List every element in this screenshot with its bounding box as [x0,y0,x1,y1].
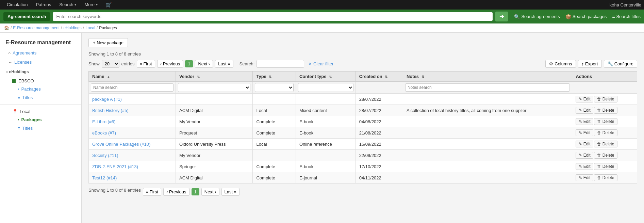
search-titles-link[interactable]: ≡ Search titles [612,14,641,19]
delete-button[interactable]: 🗑 Delete [594,163,617,170]
sidebar-item-licenses[interactable]: ← Licenses [0,58,81,67]
type-filter-select[interactable]: Local Complete [255,83,294,92]
package-link[interactable]: British History (#5) [92,108,129,113]
cell-actions: ✎ Edit 🗑 Delete [572,139,637,150]
breadcrumb-eresource[interactable]: E-Resource management [13,26,60,30]
content-type-filter-select[interactable]: Mixed content E-book Online reference E-… [298,83,353,92]
sidebar-item-ebsco-packages[interactable]: ▪ Packages [0,85,81,93]
columns-button[interactable]: ⚙ Columns [545,60,576,68]
sidebar-item-local-packages[interactable]: ▪ Packages [0,115,81,124]
type-sort-icon: ⇅ [269,75,271,79]
nav-cart[interactable]: 🛒 [102,0,116,10]
configure-button[interactable]: 🔧 Configure [604,60,637,68]
breadcrumb-eholdings[interactable]: eHoldings [63,26,81,30]
next-page-button-bottom[interactable]: Next › [201,188,219,196]
table-header-row: Name ▲ Vendor ⇅ Type ⇅ Content type ⇅ Cr… [89,71,637,82]
cell-name: eBooks (#7) [89,127,176,139]
cell-created-on: 21/08/2022 [356,127,403,139]
table-row: British History (#5) ACM Digital Local M… [89,105,637,116]
table-row: eBooks (#7) Proquest Complete E-book 21/… [89,127,637,139]
cell-notes [403,161,572,172]
prev-page-button[interactable]: ‹ Previous [157,60,183,68]
export-button[interactable]: ↑ Export [578,60,602,68]
edit-button[interactable]: ✎ Edit [576,141,593,147]
package-link[interactable]: Grove Online Packages (#10) [92,142,150,147]
delete-button[interactable]: 🗑 Delete [594,96,617,102]
sidebar-item-ebsco-titles[interactable]: ≡ Titles [0,93,81,102]
edit-button[interactable]: ✎ Edit [576,107,593,114]
cell-name: British History (#5) [89,105,176,116]
package-link[interactable]: Test12 (#14) [92,175,117,180]
name-filter-input[interactable] [91,83,174,92]
cell-name: E-Libro (#6) [89,116,176,127]
first-page-button-bottom[interactable]: « First [143,188,161,196]
col-name[interactable]: Name ▲ [89,71,176,82]
show-count-select[interactable]: 20 40 100 [102,60,119,68]
agreement-search-input[interactable] [53,12,493,21]
new-package-button[interactable]: + New package [88,38,128,47]
table-row: ZDB-2-ENE 2021 (#13) Springer Complete E… [89,161,637,172]
nav-more[interactable]: More ▾ [80,0,102,10]
edit-button[interactable]: ✎ Edit [576,163,593,170]
search-packages-link[interactable]: 📦 Search packages [565,14,607,19]
cell-type: Complete [253,127,296,139]
edit-button[interactable]: ✎ Edit [576,129,593,136]
table-filter-input[interactable] [257,60,304,68]
table-body: package A (#1) 28/07/2022 ✎ Edit 🗑 Delet… [89,94,637,184]
col-notes[interactable]: Notes ⇅ [403,71,572,82]
search-bar: Agreement search ➔ 🔍 Search agreements 📦… [0,10,644,23]
package-link[interactable]: package A (#1) [92,97,122,102]
col-vendor[interactable]: Vendor ⇅ [176,71,253,82]
breadcrumb-current: Packages [99,26,117,30]
sidebar-item-agreements[interactable]: ○ Agreements [0,48,81,58]
filter-notes-cell [403,82,572,94]
clear-filter-button[interactable]: ✕ Clear filter [306,60,335,67]
breadcrumb-home[interactable]: 🏠 [4,26,9,30]
edit-button[interactable]: ✎ Edit [576,174,593,181]
first-page-button[interactable]: « First [137,60,155,68]
cell-actions: ✎ Edit 🗑 Delete [572,127,637,139]
sidebar-item-local-titles[interactable]: ≡ Titles [0,124,81,132]
package-link[interactable]: Society (#11) [92,153,118,158]
main-layout: E-Resource management ○ Agreements ← Lic… [0,33,644,223]
edit-button[interactable]: ✎ Edit [576,152,593,159]
edit-button[interactable]: ✎ Edit [576,118,593,125]
package-link[interactable]: ZDB-2-ENE 2021 (#13) [92,164,138,169]
edit-button[interactable]: ✎ Edit [576,96,593,102]
last-page-button[interactable]: Last » [215,60,233,68]
eholdings-icon: ○ [5,69,8,74]
last-page-button-bottom[interactable]: Last » [221,188,240,196]
nav-patrons[interactable]: Patrons [32,0,55,10]
user-label: koha Centerville [610,2,641,7]
next-page-button[interactable]: Next › [195,60,213,68]
cell-type: Complete [253,172,296,184]
delete-button[interactable]: 🗑 Delete [594,129,617,136]
delete-button[interactable]: 🗑 Delete [594,141,617,147]
cell-content-type: E-journal [296,172,356,184]
col-type[interactable]: Type ⇅ [253,71,296,82]
delete-button[interactable]: 🗑 Delete [594,107,617,114]
filter-type-cell: Local Complete [253,82,296,94]
notes-filter-input[interactable] [405,83,570,92]
export-icon: ↑ [582,61,584,66]
nav-search[interactable]: Search ▾ [55,0,80,10]
vendor-filter-select[interactable]: ACM Digital My Vendor Proquest Oxford Un… [178,83,250,92]
delete-button[interactable]: 🗑 Delete [594,174,617,181]
cell-type: Complete [253,116,296,127]
prev-page-button-bottom[interactable]: ‹ Previous [163,188,189,196]
col-created-on[interactable]: Created on ⇅ [356,71,403,82]
delete-button[interactable]: 🗑 Delete [594,152,617,159]
filter-created-cell [356,82,403,94]
search-agreements-link[interactable]: 🔍 Search agreements [514,14,560,19]
cell-notes [403,150,572,161]
search-go-button[interactable]: ➔ [495,12,508,21]
cell-type: Complete [253,161,296,172]
cell-vendor [176,94,253,105]
table-row: package A (#1) 28/07/2022 ✎ Edit 🗑 Delet… [89,94,637,105]
package-link[interactable]: eBooks (#7) [92,130,116,136]
package-link[interactable]: E-Libro (#6) [92,119,116,124]
breadcrumb-local[interactable]: Local [85,26,95,30]
nav-circulation[interactable]: Circulation [3,0,32,10]
delete-button[interactable]: 🗑 Delete [594,118,617,125]
col-content-type[interactable]: Content type ⇅ [296,71,356,82]
